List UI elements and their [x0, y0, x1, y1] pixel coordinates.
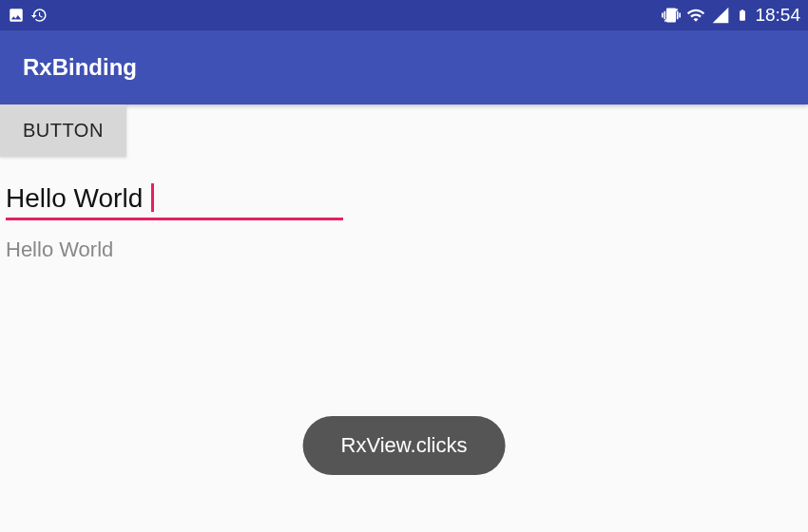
image-icon	[8, 7, 25, 24]
toast-message: RxView.clicks	[303, 416, 506, 475]
output-label: Hello World	[6, 238, 808, 262]
text-input[interactable]	[6, 180, 343, 220]
app-bar: RxBinding	[0, 30, 808, 104]
status-bar: 18:54	[0, 0, 808, 30]
wifi-icon	[686, 6, 705, 25]
main-button[interactable]: BUTTON	[0, 104, 126, 157]
status-right-icons: 18:54	[662, 5, 800, 26]
vibrate-icon	[662, 6, 681, 25]
text-field-container	[6, 180, 343, 220]
status-left-icons	[8, 7, 48, 24]
battery-icon	[736, 6, 749, 25]
signal-icon	[711, 6, 730, 25]
recent-icon	[30, 7, 48, 24]
status-time: 18:54	[755, 5, 800, 26]
app-title: RxBinding	[23, 54, 137, 81]
content-area: BUTTON Hello World	[0, 104, 808, 262]
text-cursor	[151, 183, 154, 212]
